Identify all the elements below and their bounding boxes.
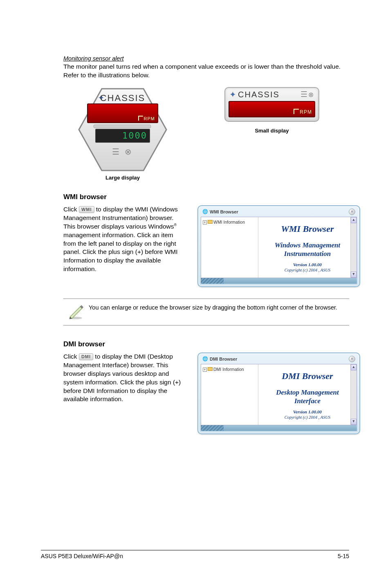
small-red-readout: RPM: [229, 101, 315, 117]
resize-grip-icon[interactable]: [201, 425, 224, 431]
scrollbar[interactable]: ▲ ▼: [350, 364, 356, 425]
wmi-content-sub2: Instrumentation: [262, 249, 352, 258]
dmi-heading: DMI browser: [63, 340, 349, 348]
svg-rect-1: [94, 125, 151, 128]
scroll-up-icon[interactable]: ▲: [351, 364, 356, 370]
dmi-content-panel: ▲ ▼ DMI Browser Desktop Management Inter…: [258, 364, 356, 425]
close-icon[interactable]: ×: [349, 209, 355, 215]
close-circle-icon: ⊗: [125, 147, 133, 156]
large-rpm-label: RPM: [138, 116, 155, 121]
small-chassis-panel: ✦CHASSIS ☰⊗ RPM: [224, 87, 319, 122]
list-toggle-icon: ☰: [112, 147, 121, 156]
close-circle-icon: ⊗: [308, 91, 314, 98]
large-display-column: ✦ CHASSIS RPM 1000 ☰ ⊗ Large display: [63, 87, 182, 181]
wmi-tree-panel[interactable]: +WMI Information: [201, 217, 258, 278]
page-footer: ASUS P5E3 Deluxe/WiFi-AP@n 5-15: [41, 550, 349, 559]
dmi-tree-panel[interactable]: +DMI Information: [201, 364, 258, 425]
wmi-content-panel: ▲ ▼ WMI Browser Windows Management Instr…: [258, 217, 356, 278]
note-text: You can enlarge or reduce the browser si…: [89, 303, 349, 321]
tree-expand-icon[interactable]: +: [203, 220, 207, 224]
footer-left: ASUS P5E3 Deluxe/WiFi-AP@n: [41, 553, 123, 559]
large-bottom-icons: ☰ ⊗: [77, 147, 168, 157]
wmi-content-title: WMI Browser: [262, 224, 352, 234]
wmi-tree-item[interactable]: WMI Information: [213, 220, 245, 224]
window-footer-bar: [201, 425, 357, 431]
dmi-content-sub2: Interface: [262, 397, 352, 405]
folder-icon: [208, 220, 213, 224]
wmi-browser-window: 🌐 WMI Browser × +WMI Information ▲ ▼: [197, 205, 360, 287]
large-chassis-panel: ✦ CHASSIS RPM 1000 ☰ ⊗: [77, 87, 168, 172]
large-red-readout: RPM: [87, 103, 158, 123]
small-rpm-label: RPM: [294, 109, 312, 115]
dmi-badge[interactable]: DMI: [79, 353, 93, 360]
wmi-paragraph: Click WMI to display the WMI (Windows Ma…: [63, 205, 186, 287]
scroll-up-icon[interactable]: ▲: [351, 217, 356, 223]
dmi-window-title: 🌐 DMI Browser: [202, 356, 237, 361]
wmi-content-sub1: Windows Management: [262, 241, 352, 249]
star-icon: ✦: [229, 90, 237, 99]
svg-marker-3: [70, 307, 82, 319]
dmi-tree-item[interactable]: DMI Information: [213, 367, 244, 372]
dmi-content-title: DMI Browser: [262, 371, 352, 382]
small-display-column: ✦CHASSIS ☰⊗ RPM Small display: [211, 87, 333, 181]
globe-icon: 🌐: [202, 356, 208, 361]
scrollbar[interactable]: ▲ ▼: [350, 217, 356, 278]
small-chassis-label: ✦CHASSIS: [229, 90, 280, 99]
folder-icon: [208, 367, 213, 371]
tree-expand-icon[interactable]: +: [203, 368, 207, 372]
wmi-heading: WMI browser: [63, 193, 349, 201]
wmi-badge[interactable]: WMI: [79, 206, 94, 213]
globe-icon: 🌐: [202, 209, 208, 214]
wmi-copyright: Copyright (c) 2004 , ASUS: [262, 268, 352, 272]
wmi-window-title: 🌐 WMI Browser: [202, 209, 238, 214]
registered-symbol: ®: [174, 223, 177, 227]
dmi-version: Version 1.00.00: [262, 409, 352, 414]
alert-heading: Monitoring sensor alert: [63, 55, 349, 62]
alert-body: The monitor panel turns red when a compo…: [63, 63, 349, 80]
scroll-down-icon[interactable]: ▼: [351, 272, 356, 278]
dmi-copyright: Copyright (c) 2004 , ASUS: [262, 415, 352, 420]
small-display-caption: Small display: [211, 128, 333, 134]
footer-right: 5-15: [338, 553, 349, 559]
large-chassis-label: CHASSIS: [77, 93, 168, 103]
note-callout: You can enlarge or reduce the browser si…: [63, 298, 349, 325]
dmi-paragraph: Click DMI to display the DMI (Desktop Ma…: [63, 352, 186, 434]
window-footer-bar: [201, 278, 357, 284]
list-toggle-icon: ☰: [300, 90, 308, 99]
large-dark-readout: 1000: [95, 129, 150, 143]
resize-grip-icon[interactable]: [201, 278, 224, 284]
scroll-down-icon[interactable]: ▼: [351, 419, 356, 425]
display-examples-row: ✦ CHASSIS RPM 1000 ☰ ⊗ Large display ✦CH…: [63, 87, 349, 181]
close-icon[interactable]: ×: [349, 356, 355, 362]
dmi-browser-window: 🌐 DMI Browser × +DMI Information ▲ ▼: [197, 352, 360, 434]
large-display-caption: Large display: [63, 175, 182, 181]
wmi-version: Version 1.00.00: [262, 262, 352, 267]
dmi-content-sub1: Desktop Management: [262, 388, 352, 397]
pencil-note-icon: [67, 303, 85, 321]
small-top-icons: ☰⊗: [300, 90, 314, 99]
